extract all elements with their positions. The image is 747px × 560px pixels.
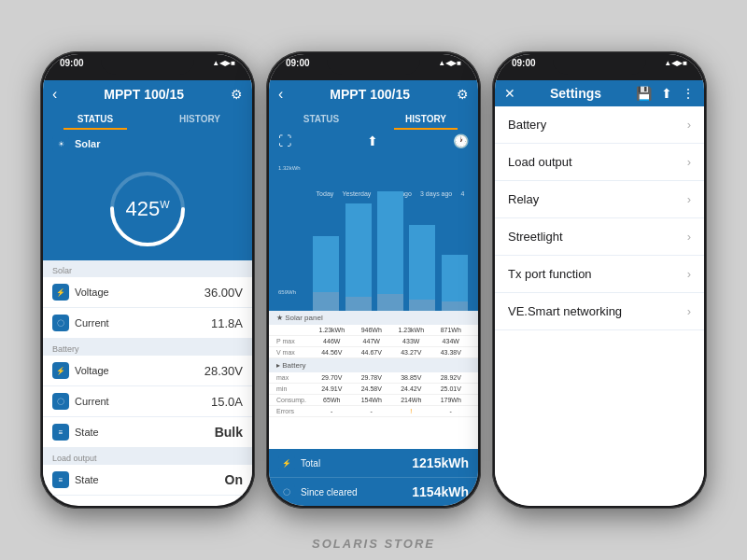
solar-vmax-row: V max 44.56V 44.67V 43.27V 43.38V	[269, 347, 478, 358]
bar-2	[376, 199, 404, 311]
app-title-1: MPPT 100/15	[104, 87, 184, 102]
chevron-battery: ›	[687, 118, 691, 132]
share-icon-settings[interactable]: ⬆	[661, 86, 672, 101]
share-icon[interactable]: ⬆	[367, 133, 378, 148]
section-load-1: Load output	[43, 448, 252, 465]
solar-icon-1: ☀	[52, 135, 69, 152]
settings-title: Settings	[550, 86, 601, 101]
col-label-1: Yesterday	[342, 190, 371, 197]
signal-icons-2: ▲◀▶■	[438, 59, 461, 67]
current-row-battery: 〇 Current 15.0A	[43, 386, 252, 417]
history-toolbar: ⛶ ⬆ 🕐	[269, 130, 478, 152]
errors-row: Errors - - ! -	[269, 406, 478, 417]
voltage-icon-battery: ⚡	[52, 362, 69, 379]
vmax-label: V max	[276, 349, 312, 356]
expand-icon[interactable]: ⛶	[278, 133, 291, 148]
settings-item-relay[interactable]: Relay ›	[495, 181, 704, 218]
gear-icon-1[interactable]: ⚙	[231, 87, 243, 102]
notch-1	[101, 54, 194, 75]
chart-area: 1.32kWh 659Wh Today Yesterday 2 days ago…	[269, 152, 478, 311]
settings-item-streetlight[interactable]: Streetlight ›	[495, 218, 704, 256]
time-2: 09:00	[286, 58, 310, 68]
pmax-label: P max	[276, 338, 312, 344]
section-solar-1: Solar	[43, 260, 252, 277]
tab-history-1[interactable]: HISTORY	[148, 108, 252, 130]
current-value-solar: 11.8A	[211, 316, 243, 330]
current-label-solar: Current	[75, 317, 109, 329]
settings-label-relay: Relay	[508, 192, 539, 206]
back-button-1[interactable]: ‹	[52, 86, 57, 103]
voltage-icon-solar: ⚡	[52, 284, 69, 301]
chevron-relay: ›	[687, 192, 691, 206]
settings-label-battery: Battery	[508, 118, 546, 132]
current-icon-solar: 〇	[52, 315, 69, 331]
tab-status-1[interactable]: STATUS	[43, 108, 148, 130]
since-icon: 〇	[278, 483, 295, 500]
settings-label-tx: Tx port function	[508, 267, 592, 281]
bar-0	[312, 199, 340, 311]
since-label: Since cleared	[301, 487, 358, 497]
gauge-container-1: 425W	[43, 158, 252, 260]
total-label: Total	[301, 458, 320, 469]
tabs-1: STATUS HISTORY	[43, 108, 252, 130]
settings-list: Battery › Load output › Relay › Streetli…	[495, 106, 704, 506]
current-label-battery: Current	[75, 396, 109, 407]
since-value: 1154kWh	[412, 484, 469, 499]
state-row-load: ≡ State On	[43, 465, 252, 496]
consump-label: Consump.	[276, 397, 312, 403]
state-value-battery: Bulk	[215, 425, 243, 440]
tab-history-2[interactable]: HISTORY	[374, 108, 478, 130]
settings-label-streetlight: Streetlight	[508, 230, 563, 244]
state-value-load: On	[225, 472, 243, 487]
total-icon: ⚡	[278, 455, 295, 471]
settings-item-vesmart[interactable]: VE.Smart networking ›	[495, 293, 704, 330]
app-header-2: ‹ MPPT 100/15 ⚙	[269, 80, 478, 108]
more-icon[interactable]: ⋮	[682, 86, 695, 101]
clock-icon[interactable]: 🕐	[453, 133, 469, 148]
state-icon-battery: ≡	[52, 424, 69, 441]
voltage-row-solar: ⚡ Voltage 36.00V	[43, 277, 252, 308]
battery-min-row: min 24.91V 24.58V 24.42V 25.01V	[269, 384, 478, 395]
bar-1	[344, 199, 372, 311]
battery-max-row: max 29.70V 29.78V 38.85V 28.92V	[269, 372, 478, 384]
state-label-battery: State	[75, 427, 99, 438]
current-icon-battery: 〇	[52, 393, 69, 410]
errors-label: Errors	[276, 408, 312, 414]
back-button-2[interactable]: ‹	[278, 86, 283, 103]
col-label-3: 3 days ago	[420, 190, 452, 197]
phone-3: 09:00 ▲◀▶■ ✕ Settings 💾 ⬆ ⋮ Battery ›	[492, 51, 707, 509]
settings-item-load[interactable]: Load output ›	[495, 144, 704, 181]
tab-status-2[interactable]: STATUS	[269, 108, 374, 130]
phone-2: 09:00 ▲◀▶■ ‹ MPPT 100/15 ⚙ STATUS HISTOR…	[266, 51, 481, 509]
voltage-value-solar: 36.00V	[204, 286, 243, 300]
tabs-2: STATUS HISTORY	[269, 108, 478, 130]
settings-label-vesmart: VE.Smart networking	[508, 304, 622, 318]
current-value-battery: 15.0A	[211, 395, 243, 409]
solar-yield-row: 1.23kWh 946Wh 1.23kWh 871Wh	[269, 325, 478, 336]
state-label-load: State	[75, 474, 99, 485]
phone-1: 09:00 ▲◀▶■ ‹ MPPT 100/15 ⚙ STATUS HISTOR…	[40, 51, 255, 509]
bar-3	[408, 199, 436, 311]
watermark: SOLARIS STORE	[312, 537, 435, 551]
time-3: 09:00	[512, 58, 536, 68]
settings-header-icons: 💾 ⬆ ⋮	[636, 86, 695, 101]
settings-item-battery[interactable]: Battery ›	[495, 106, 704, 144]
app-title-2: MPPT 100/15	[330, 87, 410, 102]
settings-header: ✕ Settings 💾 ⬆ ⋮	[495, 80, 704, 106]
solar-section-1: ☀ Solar	[43, 130, 252, 158]
settings-item-tx[interactable]: Tx port function ›	[495, 256, 704, 293]
chevron-vesmart: ›	[687, 304, 691, 318]
settings-label-load: Load output	[508, 155, 572, 169]
gauge-circle-1: 425W	[106, 167, 190, 251]
consump-row: Consump. 65Wh 154Wh 214Wh 179Wh	[269, 395, 478, 406]
gear-icon-2[interactable]: ⚙	[457, 87, 469, 102]
voltage-label-solar: Voltage	[75, 287, 109, 298]
save-icon[interactable]: 💾	[636, 86, 652, 101]
section-battery-1: Battery	[43, 339, 252, 356]
voltage-value-battery: 28.30V	[204, 364, 243, 378]
state-icon-load: ≡	[52, 471, 69, 488]
solar-panel-header: ★ Solar panel	[269, 311, 478, 325]
close-button[interactable]: ✕	[504, 86, 515, 101]
voltage-row-battery: ⚡ Voltage 28.30V	[43, 356, 252, 386]
col-label-4: 4	[460, 190, 464, 197]
